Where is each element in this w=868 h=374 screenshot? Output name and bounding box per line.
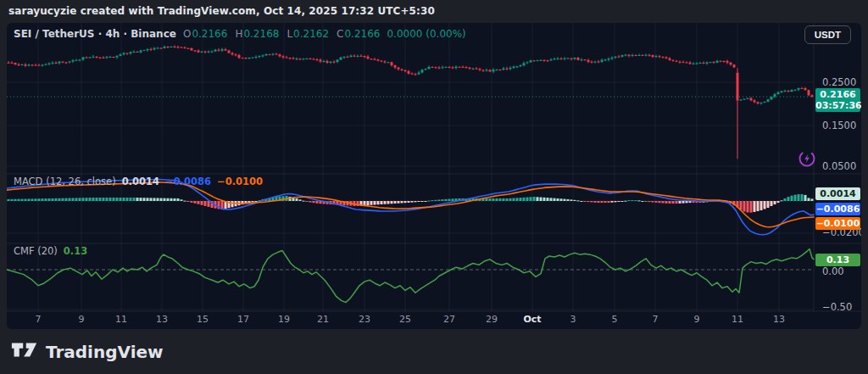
last-price-badge: 0.2166 03:57:36 — [815, 88, 860, 112]
macd-legend[interactable]: MACD (12, 26, close) 0.0014 −0.0086 −0.0… — [14, 176, 263, 187]
ohlc-values: O0.2166 H0.2168 L0.2162 C0.2166 — [183, 28, 381, 40]
high-label: H — [235, 28, 242, 40]
open-value: 0.2166 — [192, 28, 227, 40]
time-axis-label: 25 — [392, 314, 419, 325]
tradingview-brand-text[interactable]: TradingView — [46, 342, 164, 362]
macd-name: MACD (12, 26, close) — [14, 176, 116, 187]
close-value: 0.2166 — [344, 28, 380, 40]
chart-widget: SEI / TetherUS · 4h · Binance O0.2166 H0… — [7, 23, 861, 329]
macd-hist-badge: 0.0014 — [815, 187, 860, 200]
price-axis-label: 0.1500 — [822, 120, 861, 131]
macd-signal-value: −0.0100 — [217, 176, 263, 187]
bar-countdown: 03:57:36 — [815, 100, 860, 111]
tradingview-logo-icon[interactable] — [11, 341, 38, 362]
time-axis-label: 13 — [765, 314, 793, 325]
symbol-legend[interactable]: SEI / TetherUS · 4h · Binance O0.2166 H0… — [14, 27, 466, 41]
time-axis-label: 3 — [559, 314, 587, 325]
time-axis-label: 9 — [683, 314, 710, 325]
time-axis-label: 7 — [642, 314, 669, 325]
time-axis-label: 11 — [724, 314, 751, 325]
time-axis[interactable]: 7911131517192123252729Oct35791113 — [7, 311, 814, 329]
last-price-value: 0.2166 — [815, 89, 860, 100]
cmf-legend[interactable]: CMF (20) 0.13 — [14, 245, 87, 257]
close-label: C — [337, 28, 343, 40]
time-axis-label: 23 — [351, 314, 378, 325]
time-axis-label: 5 — [601, 314, 628, 325]
time-axis-label: 27 — [436, 314, 463, 325]
price-axis-label: 0.2500 — [822, 76, 861, 88]
flash-watermark-icon[interactable] — [798, 149, 816, 171]
low-value: 0.2162 — [293, 28, 329, 40]
low-label: L — [287, 28, 292, 40]
time-axis-label: 15 — [189, 314, 216, 325]
time-axis-label: Oct — [519, 314, 546, 325]
time-axis-label: 19 — [270, 314, 298, 325]
time-axis-label: 21 — [309, 314, 337, 325]
cmf-value: 0.13 — [64, 245, 87, 257]
currency-toggle-button[interactable]: USDT — [804, 25, 851, 44]
macd-line-badge: −0.0086 — [815, 203, 860, 215]
time-axis-label: 9 — [68, 314, 95, 325]
cmf-name: CMF (20) — [14, 245, 58, 257]
time-axis-label: 13 — [148, 314, 175, 325]
macd-hist-value: 0.0014 — [122, 176, 159, 187]
cmf-zero-label: 0.00 — [822, 265, 861, 277]
cmf-badge: 0.13 — [815, 254, 860, 266]
macd-line-value: −0.0086 — [165, 176, 211, 187]
high-value: 0.2168 — [243, 28, 279, 40]
change-value: 0.0000 (0.00%) — [387, 28, 465, 40]
footer-brand-bar: TradingView — [0, 329, 868, 374]
time-axis-label: 7 — [25, 314, 52, 325]
cmf-low-label: −0.50 — [822, 301, 861, 313]
attribution-bar: sarayucyzie created with TradingView.com… — [0, 0, 868, 23]
macd-signal-badge: −0.0100 — [815, 217, 860, 230]
time-axis-label: 29 — [478, 314, 505, 325]
attribution-text: sarayucyzie created with TradingView.com… — [8, 5, 435, 17]
price-axis-label: 0.0500 — [822, 160, 861, 172]
time-axis-label: 17 — [230, 314, 257, 325]
open-label: O — [183, 28, 191, 40]
time-axis-label: 11 — [108, 314, 135, 325]
symbol-title[interactable]: SEI / TetherUS · 4h · Binance — [14, 28, 176, 40]
